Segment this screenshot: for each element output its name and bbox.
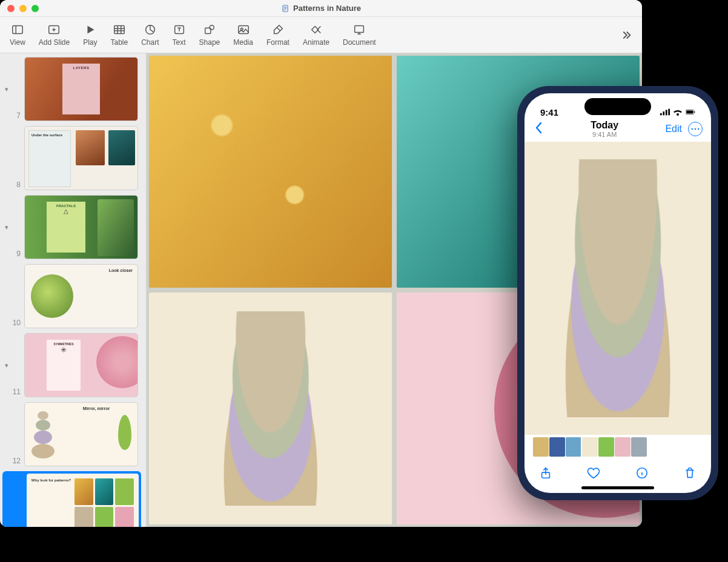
filmstrip-thumb[interactable] (615, 437, 630, 457)
media-tool[interactable]: Media (233, 23, 253, 47)
format-tool[interactable]: Format (266, 23, 290, 47)
chart-tool[interactable]: Chart (141, 23, 159, 47)
svg-point-19 (695, 128, 697, 130)
wifi-icon (673, 107, 683, 117)
toolbar: View Add Slide Play Table Chart Text Sha… (0, 17, 642, 53)
animate-label: Animate (303, 38, 329, 47)
iphone-screen: 9:41 Today 9:41 AM E (524, 93, 711, 493)
slide-thumb-12[interactable]: 12 Mirror, mirror (2, 402, 141, 466)
view-tool[interactable]: View (10, 23, 25, 47)
svg-point-20 (698, 128, 700, 130)
disclosure-icon[interactable]: ▾ (2, 85, 11, 93)
thumb-title: Under the surface (29, 131, 70, 139)
slide-thumb-10[interactable]: 10 Look closer (2, 264, 141, 328)
thumbnail: Mirror, mirror (24, 402, 138, 466)
iphone-notch (584, 98, 651, 115)
back-button[interactable] (533, 122, 544, 136)
edit-button[interactable]: Edit (665, 124, 682, 134)
filmstrip-thumb[interactable] (631, 437, 647, 457)
slide-number: 9 (11, 250, 21, 259)
svg-point-18 (691, 128, 693, 130)
slide-number: 11 (11, 388, 21, 397)
thumbnail: FRACTALS△ (24, 195, 138, 259)
slide-thumb-8[interactable]: 8 Under the surface (2, 126, 141, 190)
slide-number: 12 (11, 457, 21, 466)
canvas-image-honeycomb[interactable] (149, 56, 392, 288)
battery-icon (686, 107, 695, 117)
more-button[interactable] (688, 122, 703, 136)
disclosure-icon[interactable]: ▾ (2, 223, 11, 231)
thumbnail: Under the surface (24, 126, 138, 190)
trash-icon[interactable] (683, 466, 697, 482)
animate-tool[interactable]: Animate (303, 23, 329, 47)
svg-rect-13 (666, 110, 667, 115)
svg-rect-12 (663, 111, 664, 115)
slide-number: 7 (11, 111, 21, 121)
thumb-title: Look closer (85, 268, 133, 273)
document-tool[interactable]: Document (343, 23, 376, 47)
document-icon (281, 4, 290, 13)
slide-thumb-9[interactable]: ▾ 9 FRACTALS△ (2, 195, 141, 259)
slide-thumb-7[interactable]: ▾ 7 LAYERS (2, 57, 141, 121)
window-title-text: Patterns in Nature (293, 4, 361, 13)
svg-rect-10 (355, 26, 364, 33)
window-title: Patterns in Nature (0, 4, 642, 13)
disclosure-icon[interactable]: ▾ (2, 362, 11, 369)
svg-rect-17 (694, 111, 695, 113)
thumbnail: SYMMETRIES✳ (24, 333, 138, 397)
filmstrip-thumb[interactable] (566, 437, 581, 457)
play-label: Play (83, 38, 97, 47)
shape-tool[interactable]: Shape (199, 23, 220, 47)
cellular-icon (660, 107, 670, 117)
header-subtitle-text: 9:41 AM (591, 131, 618, 138)
view-label: View (10, 38, 25, 47)
header-title-text: Today (591, 120, 618, 131)
play-tool[interactable]: Play (83, 23, 97, 47)
table-tool[interactable]: Table (111, 23, 128, 47)
status-time: 9:41 (540, 107, 558, 117)
text-label: Text (173, 38, 186, 47)
canvas-image-urchin-stack[interactable] (149, 293, 392, 524)
photos-header: Today 9:41 AM Edit (524, 120, 711, 142)
photo-viewer[interactable] (524, 142, 711, 435)
media-label: Media (233, 38, 253, 47)
shape-label: Shape (199, 38, 220, 47)
titlebar: Patterns in Nature (0, 0, 642, 17)
svg-rect-3 (114, 26, 125, 34)
slide-number: 8 (11, 180, 21, 190)
add-slide-label: Add Slide (39, 38, 70, 47)
toolbar-overflow[interactable] (619, 28, 632, 42)
format-label: Format (266, 38, 290, 47)
svg-rect-14 (668, 109, 670, 116)
photo-filmstrip[interactable] (524, 435, 711, 460)
iphone-device: 9:41 Today 9:41 AM E (517, 86, 718, 500)
filmstrip-thumb[interactable] (549, 437, 565, 457)
document-label: Document (343, 38, 376, 47)
thumb-title: LAYERS (73, 66, 90, 70)
svg-rect-11 (660, 113, 662, 116)
thumbnail: Why look for patterns? (26, 473, 139, 527)
slide-number: 10 (11, 319, 21, 328)
filmstrip-thumb[interactable] (598, 437, 614, 457)
favorite-icon[interactable] (587, 466, 600, 482)
svg-point-7 (210, 25, 214, 30)
thumbnail: LAYERS (24, 57, 138, 121)
chart-label: Chart (141, 38, 159, 47)
text-tool[interactable]: Text (173, 23, 186, 47)
thumb-title: Mirror, mirror (58, 406, 135, 411)
filmstrip-thumb[interactable] (582, 437, 598, 457)
photos-header-title: Today 9:41 AM (591, 120, 618, 138)
slide-thumb-11[interactable]: ▾ 11 SYMMETRIES✳ (2, 333, 141, 397)
table-label: Table (111, 38, 128, 47)
info-icon[interactable] (635, 466, 649, 482)
slide-thumb-13[interactable]: 13 Why look for patterns? (2, 471, 141, 527)
thumb-title: Why look for patterns? (31, 478, 75, 482)
slide-navigator[interactable]: ▾ 7 LAYERS 8 Under the surface ▾ 9 (0, 53, 147, 527)
thumbnail: Look closer (24, 264, 138, 328)
add-slide-tool[interactable]: Add Slide (39, 23, 70, 47)
svg-rect-16 (686, 111, 693, 114)
svg-rect-1 (13, 26, 23, 34)
share-icon[interactable] (539, 466, 552, 482)
home-indicator[interactable] (581, 486, 654, 489)
filmstrip-thumb[interactable] (533, 437, 549, 457)
